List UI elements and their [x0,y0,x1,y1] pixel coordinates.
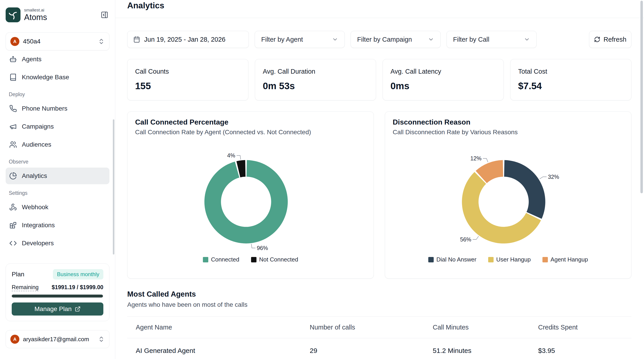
account-email: aryasikder17@gmail.com [23,336,94,343]
stat-label: Total Cost [518,68,624,75]
sidebar-scrollbar[interactable] [113,119,114,254]
stat-label: Avg. Call Latency [390,68,496,75]
sidebar-item-developers[interactable]: Developers [6,235,110,252]
chart-title: Disconnection Reason [393,118,624,126]
filter-dropdown-filter-by-campaign[interactable]: Filter by Campaign [350,31,441,48]
date-range-label: Jun 19, 2025 - Jan 28, 2026 [144,36,226,43]
main-content: Analytics Jun 19, 2025 - Jan 28, 2026 Fi… [115,0,644,359]
chart-subtitle: Call Disconnection Rate by Various Reaso… [393,128,624,136]
stat-label: Avg. Call Duration [263,68,368,75]
most-called-agents-section: Most Called Agents Agents who have been … [127,290,632,359]
sidebar-item-webhook[interactable]: Webhook [6,199,110,216]
sidebar-item-label: Agents [22,56,42,63]
sidebar-item-phone-numbers[interactable]: Phone Numbers [6,100,110,117]
sidebar-item-campaigns[interactable]: Campaigns [6,118,110,135]
legend-label: User Hangup [496,256,531,263]
table-cell: AI Generated Agent [127,338,301,359]
sidebar-item-label: Developers [22,240,54,247]
legend-item-not-connected[interactable]: Not Connected [251,256,298,263]
stat-label: Call Counts [135,68,240,75]
brand-company: smallest.ai [24,8,100,12]
chart-title: Call Connected Percentage [135,118,366,126]
legend-swatch-icon [428,257,434,262]
workspace-avatar: A [10,37,19,46]
column-header-credits-spent: Credits Spent [530,317,632,338]
bot-icon [9,56,17,63]
account-selector[interactable]: A aryasikder17@gmail.com [6,330,110,348]
legend-item-user-hangup[interactable]: User Hangup [488,256,531,263]
filter-dropdown-filter-by-call[interactable]: Filter by Call [446,31,536,48]
chevron-down-icon [524,36,530,42]
plan-progress-track [12,294,103,298]
table-cell: $3.95 [530,338,632,359]
donut-label-line [483,158,488,162]
filter-row: Jun 19, 2025 - Jan 28, 2026 Filter by Ag… [127,31,632,48]
plan-badge: Business monthly [53,269,103,280]
legend-label: Dial No Answer [436,256,476,263]
donut-label-line [540,177,546,179]
plan-progress-fill [12,294,103,298]
sidebar-item-label: Integrations [22,222,55,229]
users-icon [9,141,17,148]
stat-card-call-counts: Call Counts 155 [127,59,248,100]
table-title: Most Called Agents [127,290,632,298]
donut-percent-label: 56% [460,236,471,242]
donut-chart: 32%56%12% [393,138,624,255]
sidebar: smallest.ai Atoms A 450a4 AgentsKnowledg… [0,0,115,359]
manage-plan-label: Manage Plan [34,306,72,312]
nav-section-label-deploy: Deploy [9,92,106,98]
panel-collapse-icon [101,11,108,19]
sidebar-item-label: Campaigns [22,123,54,130]
stats-row: Call Counts 155Avg. Call Duration 0m 53s… [127,59,632,100]
collapse-sidebar-button[interactable] [100,10,110,20]
workspace-name: 450a4 [23,38,94,45]
charts-row: Call Connected Percentage Call Connectio… [127,112,632,278]
brand-logo [6,8,20,22]
sidebar-item-audiences[interactable]: Audiences [6,136,110,153]
stat-card-avg-call-latency: Avg. Call Latency 0ms [382,59,504,100]
phone-icon [9,105,17,112]
sidebar-item-label: Webhook [22,204,48,211]
sidebar-item-agents[interactable]: Agents [6,53,110,68]
legend-item-connected[interactable]: Connected [203,256,239,263]
refresh-button[interactable]: Refresh [589,31,632,48]
column-header-call-minutes: Call Minutes [424,317,530,338]
manage-plan-button[interactable]: Manage Plan [12,302,103,316]
swirl-logo-icon [8,10,18,20]
legend-item-agent-hangup[interactable]: Agent Hangup [542,256,588,263]
refresh-icon [594,36,600,42]
sidebar-item-analytics[interactable]: Analytics [6,168,110,184]
page-title: Analytics [127,0,644,10]
external-link-icon [75,306,80,312]
dropdown-label: Filter by Agent [261,36,303,43]
donut-chart: 96%4% [135,138,366,255]
donut-segment-connected[interactable] [204,160,288,244]
table-row[interactable]: AI Generated Agent2951.2 Minutes$3.95 [127,338,632,359]
page-header: Analytics [115,0,644,18]
agents-table: Agent NameNumber of callsCall MinutesCre… [127,316,632,359]
donut-segment-dial-no-answer[interactable] [504,160,545,219]
nav-section-label-settings: Settings [9,190,106,196]
legend-swatch-icon [542,257,548,262]
page-scrollbar[interactable] [640,1,643,193]
chart-card-call-connected-percentage: Call Connected Percentage Call Connectio… [127,112,374,278]
analytics-content: Jun 19, 2025 - Jan 28, 2026 Filter by Ag… [115,18,644,359]
donut-percent-label: 96% [257,245,268,251]
legend-item-dial-no-answer[interactable]: Dial No Answer [428,256,476,263]
date-range-button[interactable]: Jun 19, 2025 - Jan 28, 2026 [127,31,249,48]
column-header-number-of-calls: Number of calls [301,317,424,338]
legend-label: Not Connected [259,256,298,263]
blocks-icon [9,222,17,229]
chart-card-disconnection-reason: Disconnection Reason Call Disconnection … [385,112,632,278]
donut-label-line [473,236,478,240]
brand-text: smallest.ai Atoms [24,8,100,22]
column-header-agent-name: Agent Name [127,317,301,338]
sidebar-item-knowledge-base[interactable]: Knowledge Base [6,69,110,86]
sidebar-item-integrations[interactable]: Integrations [6,217,110,234]
workspace-selector[interactable]: A 450a4 [6,32,110,50]
chevron-down-icon [332,36,338,42]
donut-label-line [251,244,255,248]
chart-legend: Connected Not Connected [135,256,366,263]
filter-dropdown-filter-by-agent[interactable]: Filter by Agent [255,31,345,48]
sidebar-item-label: Analytics [22,172,47,180]
